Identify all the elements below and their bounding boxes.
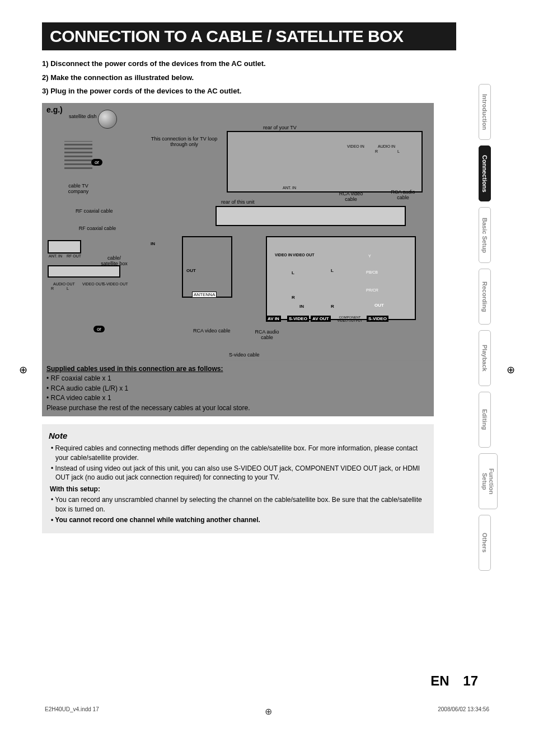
svideo-out-box-label: S-VIDEO OUT bbox=[102, 282, 128, 287]
audio-out-l: L bbox=[67, 287, 69, 291]
rf-out-label: RF OUT bbox=[67, 254, 81, 259]
out-port-right-label: OUT bbox=[374, 303, 384, 308]
loop-through-label: This connection is for TV loop through o… bbox=[151, 137, 218, 148]
note-item-4: You cannot record one channel while watc… bbox=[51, 515, 427, 525]
note-box: Note Required cables and connecting meth… bbox=[42, 424, 434, 533]
rf-coax2-label: RF coaxial cable bbox=[78, 226, 117, 232]
note-item-2: Instead of using video out jack of this … bbox=[51, 464, 427, 483]
antenna-label: ANTENNA bbox=[192, 292, 217, 298]
step-2: 2) Make the connection as illustrated be… bbox=[42, 71, 490, 85]
page-title: CONNECTION TO A CABLE / SATELLITE BOX bbox=[42, 22, 456, 50]
supplied-item-2: • RCA audio cable (L/R) x 1 bbox=[46, 384, 429, 393]
cable-company-label: cable TV company bbox=[59, 184, 98, 195]
file-name: E2H40UD_v4.indd 17 bbox=[45, 706, 99, 717]
with-setup-label: With this setup: bbox=[50, 485, 427, 494]
video-out-box-label: VIDEO OUT bbox=[82, 282, 104, 287]
rear-tv-label: rear of your TV bbox=[263, 125, 297, 131]
rf-coax1-label: RF coaxial cable bbox=[76, 209, 113, 214]
note-item-1: Required cables and connecting methods d… bbox=[51, 444, 427, 463]
y-label: Y bbox=[368, 254, 371, 259]
foot-line: E2H40UD_v4.indd 17 ⊕ 2008/06/02 13:34:56 bbox=[45, 706, 489, 717]
video-in-port-label: VIDEO IN bbox=[275, 253, 292, 257]
step-3: 3) Plug in the power cords of the device… bbox=[42, 84, 490, 98]
audio-out-label: AUDIO OUT bbox=[53, 282, 75, 287]
tab-others[interactable]: Others bbox=[479, 515, 491, 571]
connection-diagram: e.g.) satellite dish cable TV company or… bbox=[42, 103, 434, 360]
supplied-item-1: • RF coaxial cable x 1 bbox=[46, 374, 429, 383]
l-port2-label: L bbox=[331, 269, 334, 274]
supplied-item-3: • RCA video cable x 1 bbox=[46, 393, 429, 403]
cable-sat-box-shape bbox=[182, 236, 232, 298]
tab-introduction[interactable]: Introduction bbox=[479, 84, 491, 140]
rca-video-top-label: RCA video cable bbox=[334, 191, 368, 203]
tab-function-setup[interactable]: Function Setup bbox=[479, 453, 498, 509]
av-in-label: AV IN bbox=[266, 316, 281, 322]
splitter-shape bbox=[48, 240, 81, 253]
eg-label: e.g.) bbox=[46, 105, 63, 114]
unit-rear-shape bbox=[216, 206, 406, 226]
crop-mark-left: ⊕ bbox=[19, 364, 27, 376]
rear-unit-label: rear of this unit bbox=[221, 200, 255, 205]
out-label: OUT bbox=[186, 269, 196, 274]
lang-code: EN bbox=[430, 673, 449, 688]
tab-basic-setup[interactable]: Basic Setup bbox=[479, 207, 491, 263]
prcr-label: PR/CR bbox=[366, 288, 378, 293]
r-port-label: R bbox=[292, 295, 295, 300]
note-item-3: You can record any unscrambled channel b… bbox=[51, 495, 427, 514]
side-tabs: Introduction Connections Basic Setup Rec… bbox=[479, 84, 492, 576]
component-label: COMPONENT VIDEO OUTPUT bbox=[336, 316, 364, 322]
tv-rear-shape bbox=[227, 131, 423, 192]
svideo-right-label: S-VIDEO bbox=[367, 316, 388, 322]
step-1: 1) Disconnect the power cords of the dev… bbox=[42, 57, 490, 71]
box-front-shape bbox=[48, 265, 120, 278]
l-port-label: L bbox=[292, 271, 294, 276]
cable-company-icon bbox=[64, 141, 92, 169]
av-out-label: AV OUT bbox=[311, 316, 331, 322]
page-content: CONNECTION TO A CABLE / SATELLITE BOX 1)… bbox=[42, 22, 490, 533]
ant-in-tv-label: ANT. IN bbox=[283, 186, 296, 190]
in-port-label: IN bbox=[299, 304, 304, 309]
supplied-title: Supplied cables used in this connection … bbox=[46, 364, 429, 374]
or-label-1: or bbox=[91, 159, 102, 166]
ant-in-splitter-label: ANT. IN bbox=[49, 254, 62, 259]
rca-audio-bottom-label: RCA audio cable bbox=[250, 330, 284, 341]
audio-in-label: AUDIO IN bbox=[378, 144, 395, 149]
r-port2-label: R bbox=[331, 304, 334, 309]
satellite-dish-icon bbox=[98, 110, 117, 129]
or-label-2: or bbox=[93, 326, 105, 332]
rca-video-bottom-label: RCA video cable bbox=[193, 328, 231, 334]
supplied-extra: Please purchase the rest of the necessar… bbox=[46, 403, 429, 413]
supplied-cables-box: Supplied cables used in this connection … bbox=[42, 360, 434, 416]
audio-r-label: R bbox=[375, 149, 378, 154]
in-label: IN bbox=[151, 242, 155, 247]
tab-connections[interactable]: Connections bbox=[479, 145, 491, 201]
audio-l-label: L bbox=[397, 149, 400, 154]
video-in-label: VIDEO IN bbox=[347, 144, 364, 149]
svideo-label: S-VIDEO bbox=[287, 316, 309, 322]
pbcb-label: PB/CB bbox=[366, 270, 378, 275]
note-title: Note bbox=[49, 430, 427, 442]
page-number: 17 bbox=[463, 673, 478, 688]
tab-recording[interactable]: Recording bbox=[479, 269, 491, 325]
video-out-port-label: VIDEO OUT bbox=[293, 253, 315, 257]
crop-mark-bottom: ⊕ bbox=[265, 706, 272, 717]
tab-editing[interactable]: Editing bbox=[479, 392, 491, 448]
svideo-cable-bottom-label: S-video cable bbox=[229, 353, 260, 358]
unit-ports-shape bbox=[266, 236, 416, 320]
audio-out-r: R bbox=[51, 287, 54, 291]
instruction-steps: 1) Disconnect the power cords of the dev… bbox=[42, 57, 490, 98]
page-footer: EN 17 bbox=[430, 673, 478, 689]
satellite-dish-label: satellite dish bbox=[69, 114, 97, 120]
file-timestamp: 2008/06/02 13:34:56 bbox=[438, 706, 489, 717]
rca-audio-top-label: RCA audio cable bbox=[386, 190, 420, 201]
tab-playback[interactable]: Playback bbox=[479, 330, 491, 386]
crop-mark-right: ⊕ bbox=[507, 364, 515, 376]
